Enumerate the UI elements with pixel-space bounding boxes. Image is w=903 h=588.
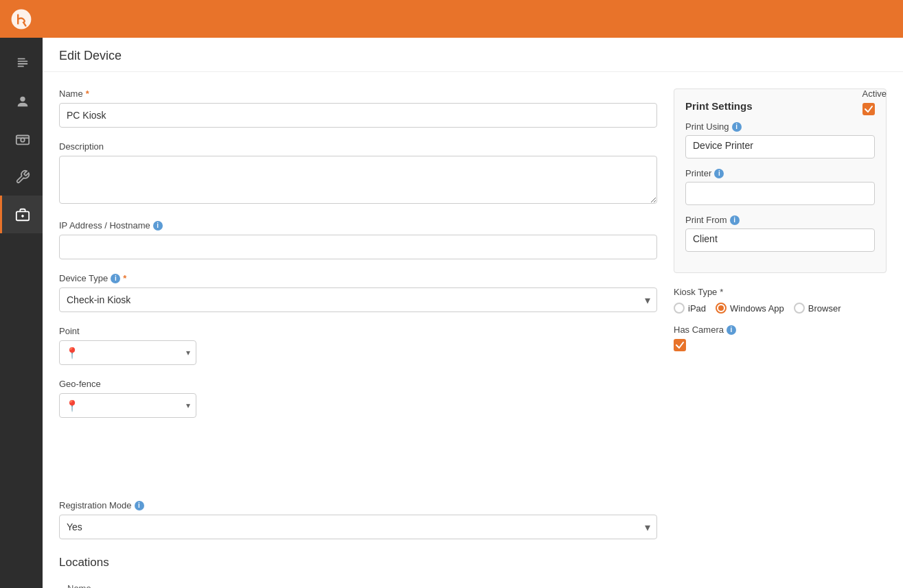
svg-rect-8 xyxy=(16,137,28,139)
point-chevron-icon: ▾ xyxy=(186,348,190,357)
device-type-select[interactable]: Check-in Kiosk Printer Cash Drawer xyxy=(59,287,657,312)
active-checkbox[interactable] xyxy=(862,103,875,115)
sidebar xyxy=(0,0,43,588)
windows-radio-label: Windows App xyxy=(730,303,784,314)
print-using-info-icon[interactable]: i xyxy=(732,122,742,132)
registration-mode-info-icon[interactable]: i xyxy=(135,501,144,510)
windows-radio-dot xyxy=(718,305,724,311)
name-input[interactable] xyxy=(59,103,657,128)
description-label: Description xyxy=(59,141,657,152)
print-from-label: Print From i xyxy=(685,215,875,225)
content-area: Edit Device Active Name * xyxy=(43,38,903,588)
geofence-chevron-icon: ▾ xyxy=(186,401,190,410)
print-using-label: Print Using i xyxy=(685,121,875,132)
has-camera-info-icon[interactable]: i xyxy=(727,325,736,335)
locations-table: Name Main Campus xyxy=(59,578,657,588)
point-location-icon: 📍 xyxy=(65,346,79,360)
app-logo[interactable] xyxy=(0,0,43,38)
kiosk-type-required: * xyxy=(720,287,723,297)
form-left: Name * Description IP Address / Hostname… xyxy=(59,89,674,588)
geofence-select-wrapper[interactable]: 📍 ▾ xyxy=(59,393,196,418)
geofence-select[interactable] xyxy=(83,400,182,411)
description-field-group: Description xyxy=(59,141,657,207)
name-label: Name * xyxy=(59,89,657,99)
ipad-radio-circle xyxy=(674,303,685,314)
sidebar-item-tools[interactable] xyxy=(0,158,43,196)
windows-radio-circle xyxy=(716,303,727,314)
locations-section: Locations Name Main Campus xyxy=(59,556,657,588)
main-content: Edit Device Active Name * xyxy=(43,0,903,588)
name-field-group: Name * xyxy=(59,89,657,128)
ip-input[interactable] xyxy=(59,235,657,259)
locations-col-name: Name xyxy=(59,578,657,588)
device-type-field-group: Device Type i * Check-in Kiosk Printer C… xyxy=(59,273,657,312)
print-from-value: Client xyxy=(685,228,875,252)
point-label: Point xyxy=(59,326,657,336)
ip-label: IP Address / Hostname i xyxy=(59,220,657,231)
has-camera-section: Has Camera i xyxy=(674,325,887,351)
registration-mode-select-wrapper: Yes No ▾ xyxy=(59,515,657,539)
sidebar-item-person[interactable] xyxy=(0,82,43,120)
has-camera-checkbox[interactable] xyxy=(674,339,686,351)
registration-mode-field-group: Registration Mode i Yes No ▾ xyxy=(59,500,657,539)
printer-field: Printer i xyxy=(685,168,875,205)
description-input[interactable] xyxy=(59,156,657,204)
locations-title: Locations xyxy=(59,556,657,569)
svg-rect-6 xyxy=(16,135,28,144)
page-title: Edit Device xyxy=(43,38,903,72)
has-camera-label: Has Camera i xyxy=(674,325,887,335)
topbar xyxy=(43,0,903,38)
name-required: * xyxy=(86,89,89,99)
kiosk-type-browser[interactable]: Browser xyxy=(794,303,841,314)
geofence-location-icon: 📍 xyxy=(65,399,79,412)
active-label: Active xyxy=(862,89,887,99)
form-area: Active Name * xyxy=(43,72,903,588)
geofence-field-group: Geo-fence 📍 ▾ xyxy=(59,379,657,418)
kiosk-type-section: Kiosk Type * iPad Windows App xyxy=(674,287,887,314)
kiosk-type-ipad[interactable]: iPad xyxy=(674,303,706,314)
ip-field-group: IP Address / Hostname i xyxy=(59,220,657,259)
sidebar-item-admin[interactable] xyxy=(0,196,43,233)
print-settings-title: Print Settings xyxy=(685,100,875,112)
browser-radio-label: Browser xyxy=(808,303,841,314)
printer-label: Printer i xyxy=(685,168,875,178)
svg-rect-4 xyxy=(17,65,23,67)
svg-rect-1 xyxy=(17,58,25,59)
svg-point-5 xyxy=(20,96,25,101)
device-type-label: Device Type i * xyxy=(59,273,657,283)
geofence-label: Geo-fence xyxy=(59,379,657,389)
point-select[interactable] xyxy=(83,347,182,358)
kiosk-type-label: Kiosk Type * xyxy=(674,287,887,297)
browser-radio-circle xyxy=(794,303,805,314)
device-type-info-icon[interactable]: i xyxy=(111,274,120,283)
device-type-select-wrapper: Check-in Kiosk Printer Cash Drawer ▾ xyxy=(59,287,657,312)
point-select-wrapper[interactable]: 📍 ▾ xyxy=(59,340,196,365)
print-using-value: Device Printer xyxy=(685,135,875,158)
kiosk-type-radio-group: iPad Windows App Browser xyxy=(674,303,887,314)
point-field-group: Point 📍 ▾ xyxy=(59,326,657,365)
device-type-required: * xyxy=(123,273,126,283)
kiosk-type-windows[interactable]: Windows App xyxy=(716,303,784,314)
printer-value xyxy=(685,182,875,205)
form-right: Print Settings Print Using i Device Prin… xyxy=(674,89,887,588)
ipad-radio-label: iPad xyxy=(688,303,706,314)
print-settings-panel: Print Settings Print Using i Device Prin… xyxy=(674,89,887,273)
registration-mode-label: Registration Mode i xyxy=(59,500,657,510)
svg-point-0 xyxy=(12,9,32,29)
registration-mode-select[interactable]: Yes No xyxy=(59,515,657,539)
sidebar-item-finance[interactable] xyxy=(0,120,43,158)
active-section: Active xyxy=(862,89,887,115)
print-using-field: Print Using i Device Printer xyxy=(685,121,875,158)
svg-rect-2 xyxy=(17,60,27,62)
ip-info-icon[interactable]: i xyxy=(153,221,163,231)
print-from-field: Print From i Client xyxy=(685,215,875,252)
sidebar-item-documents[interactable] xyxy=(0,45,43,82)
printer-info-icon[interactable]: i xyxy=(714,169,724,178)
print-from-info-icon[interactable]: i xyxy=(730,215,740,225)
svg-rect-3 xyxy=(17,63,27,64)
